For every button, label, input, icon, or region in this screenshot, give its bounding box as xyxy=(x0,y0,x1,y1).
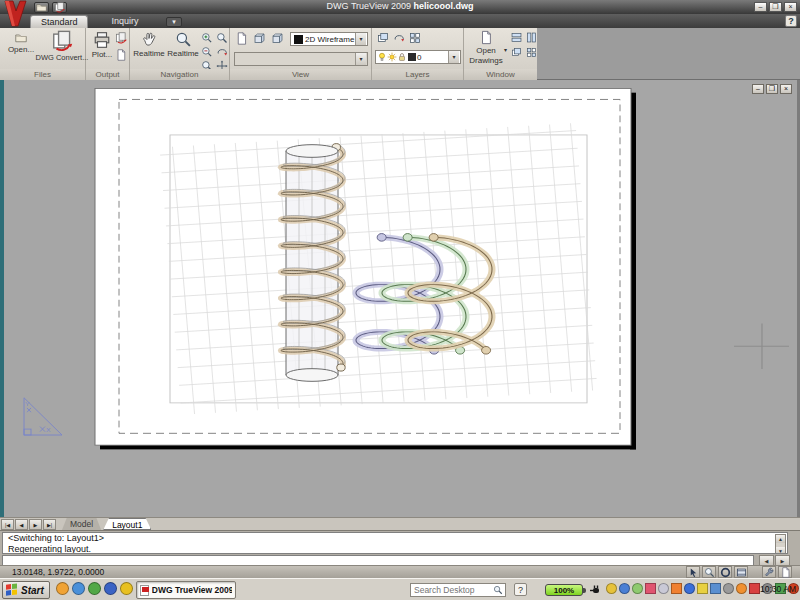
search-icon[interactable] xyxy=(493,585,503,595)
dwg-convert-button[interactable]: DWG Convert... xyxy=(40,30,84,62)
tab-model[interactable]: Model xyxy=(62,518,101,530)
drawing-canvas[interactable]: Y X xyxy=(0,80,800,517)
quicklaunch-icon[interactable] xyxy=(88,582,101,595)
cascade-button[interactable] xyxy=(510,46,522,59)
tab-standard[interactable]: Standard xyxy=(30,15,88,28)
arrange-icons-button[interactable] xyxy=(525,46,537,59)
zoom-realtime-button[interactable]: Realtime xyxy=(166,31,200,58)
batch-plot-button[interactable] xyxy=(114,31,128,44)
qat-open-button[interactable] xyxy=(34,2,49,13)
tab-next-button[interactable]: ▶ xyxy=(29,519,42,530)
scroll-up-icon[interactable]: ▲ xyxy=(776,535,785,543)
tab-last-button[interactable]: ▶| xyxy=(43,519,56,530)
open-drawings-dropdown-arrow[interactable]: ▾ xyxy=(504,46,507,53)
layer-isolate-button[interactable] xyxy=(392,31,406,44)
toolbar-options-dropdown[interactable]: ▾ xyxy=(166,17,182,27)
minimize-button[interactable]: – xyxy=(754,2,767,12)
tray-icon[interactable] xyxy=(723,583,734,594)
drawing-area[interactable]: Y X – ❒ × xyxy=(0,80,800,517)
tab-inquiry[interactable]: Inquiry xyxy=(100,15,150,28)
layer-unisolate-button[interactable] xyxy=(408,31,422,44)
annotation-button[interactable] xyxy=(778,566,792,578)
named-view-combo[interactable]: ▾ xyxy=(234,52,368,66)
tray-icon[interactable] xyxy=(671,583,682,594)
power-plug-icon[interactable] xyxy=(590,585,601,595)
window-edge-strip xyxy=(0,80,4,517)
layer-combo[interactable]: 0 ▾ xyxy=(375,50,461,64)
tab-first-button[interactable]: |◀ xyxy=(1,519,14,530)
view-previous-button[interactable] xyxy=(252,32,266,45)
tile-horizontally-button[interactable] xyxy=(510,31,522,44)
command-history[interactable]: <Switching to: Layout1> Regenerating lay… xyxy=(2,532,788,554)
pan-realtime-button[interactable]: Realtime xyxy=(132,31,166,58)
tray-icon[interactable] xyxy=(645,583,656,594)
tray-icon[interactable] xyxy=(632,583,643,594)
battery-indicator[interactable]: 100% xyxy=(545,584,583,596)
panel-files: Open... DWG Convert... Files xyxy=(0,28,86,80)
cylinder-top-rim[interactable] xyxy=(286,145,338,158)
maximize-button[interactable]: ❒ xyxy=(769,2,782,12)
doc-minimize-button[interactable]: – xyxy=(752,84,764,94)
tab-prev-button[interactable]: ◀ xyxy=(15,519,28,530)
orbit-button[interactable] xyxy=(215,45,229,58)
named-view-dropdown-arrow[interactable]: ▾ xyxy=(355,53,366,65)
visual-style-combo[interactable]: 2D Wireframe ▾ xyxy=(290,32,368,46)
tray-icon[interactable] xyxy=(619,583,630,594)
taskbar-clock[interactable]: 10:30 AM xyxy=(760,584,796,594)
quicklaunch-icon[interactable] xyxy=(72,582,85,595)
helix-tan-end[interactable] xyxy=(482,346,491,354)
ribbon: Open... DWG Convert... Files Plot... Out… xyxy=(0,28,800,80)
tab-layout1[interactable]: Layout1 xyxy=(103,518,151,530)
coil-end-circle[interactable] xyxy=(337,364,345,371)
tray-icon[interactable] xyxy=(710,583,721,594)
help-button[interactable]: ? xyxy=(785,15,797,27)
doc-restore-button[interactable]: ❒ xyxy=(766,84,778,94)
open-drawings-button[interactable]: Open Drawings xyxy=(466,30,506,65)
open-drawings-icon xyxy=(479,30,493,45)
steering-wheel-button[interactable] xyxy=(718,566,732,578)
open-button[interactable]: Open... xyxy=(2,32,40,54)
search-input[interactable] xyxy=(411,585,493,595)
magnifier-icon xyxy=(175,31,192,48)
helix-green-end[interactable] xyxy=(403,234,412,242)
tray-icon[interactable] xyxy=(606,583,617,594)
steering-wheel-icon xyxy=(720,567,731,578)
zoom-previous-button[interactable] xyxy=(215,31,229,44)
layer-states-button[interactable] xyxy=(376,31,390,44)
helix-lavender-end[interactable] xyxy=(377,234,386,242)
plot-preview-button[interactable] xyxy=(114,48,128,61)
zoom-window-button[interactable] xyxy=(200,31,214,44)
qat-convert-button[interactable] xyxy=(52,2,67,13)
tray-icon[interactable] xyxy=(736,583,747,594)
start-button[interactable]: Start xyxy=(2,581,50,599)
truview-logo-icon[interactable] xyxy=(2,0,29,27)
tile-vertically-button[interactable] xyxy=(525,31,537,44)
visual-style-dropdown-arrow[interactable]: ▾ xyxy=(355,33,366,45)
quicklaunch-icon[interactable] xyxy=(104,582,117,595)
tray-icon[interactable] xyxy=(697,583,708,594)
plot-button[interactable]: Plot... xyxy=(88,31,116,59)
tray-icon[interactable] xyxy=(684,583,695,594)
view-3d-button[interactable] xyxy=(270,32,284,45)
tray-icon[interactable] xyxy=(658,583,669,594)
scroll-down-icon[interactable]: ▼ xyxy=(776,547,785,554)
quicklaunch-icon[interactable] xyxy=(56,582,69,595)
quicklaunch-icon[interactable] xyxy=(120,582,133,595)
statusbar-zoom-button[interactable] xyxy=(702,566,716,578)
layer-dropdown-arrow[interactable]: ▾ xyxy=(448,51,459,63)
zoom-out-button[interactable] xyxy=(200,45,214,58)
named-views-button[interactable] xyxy=(234,32,248,45)
helix-tan-end[interactable] xyxy=(429,234,438,242)
doc-close-button[interactable]: × xyxy=(780,84,792,94)
select-tool-button[interactable] xyxy=(686,566,700,578)
close-button[interactable]: × xyxy=(784,2,797,12)
tray-icon[interactable] xyxy=(749,583,760,594)
showmotion-button[interactable] xyxy=(734,566,748,578)
tray-help-icon[interactable]: ? xyxy=(514,583,527,596)
pan-hand-icon xyxy=(140,31,158,48)
command-vscrollbar[interactable]: ▲ ▼ xyxy=(775,534,786,554)
workspace-button[interactable] xyxy=(762,566,776,578)
panel-layers: 0 ▾ Layers xyxy=(372,28,464,80)
wrench-icon xyxy=(764,567,775,578)
taskbar-task-button[interactable]: DWG TrueView 2009 -... xyxy=(136,581,236,599)
